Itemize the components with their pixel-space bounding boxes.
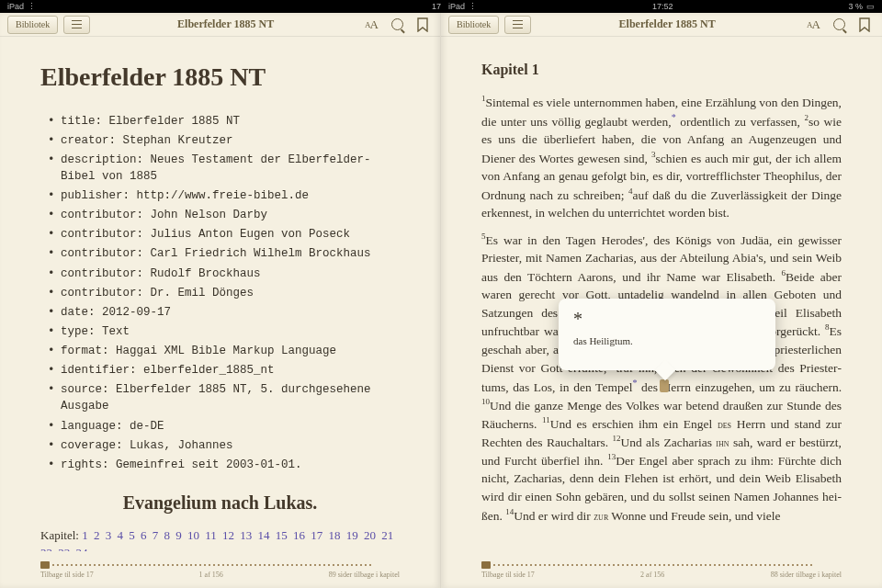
wifi-icon: ⋮ <box>469 2 477 11</box>
font-size-button[interactable]: AA <box>361 16 381 34</box>
page-content-right: Kapitel 1 1Sintemal es viele unternommen… <box>441 37 882 551</box>
metadata-item: type: Text <box>48 323 400 340</box>
metadata-item: source: Elberfelder 1885 NT, 5. durchges… <box>48 381 400 414</box>
status-bar-right: iPad ⋮ 17:52 3 % ▭ <box>441 0 882 13</box>
metadata-item: contributor: John Nelson Darby <box>48 207 400 223</box>
chapter-link[interactable]: 13 <box>240 528 252 542</box>
chapter-link[interactable]: 19 <box>346 528 358 542</box>
chapter-link[interactable]: 12 <box>222 528 234 542</box>
footer-pos: 1 af 156 <box>199 571 223 579</box>
chapter-link[interactable]: 5 <box>129 528 135 542</box>
footnote-text: das Heiligtum. <box>573 335 761 346</box>
footer-left: Tilbage til side 17 1 af 156 89 sider ti… <box>0 551 440 588</box>
library-button[interactable]: Bibliotek <box>7 16 58 34</box>
chapter-link[interactable]: 3 <box>106 528 112 542</box>
metadata-item: contributor: Julius Anton Eugen von Pose… <box>48 226 400 243</box>
chapter-link[interactable]: 14 <box>257 528 269 542</box>
chapter-link[interactable]: 2 <box>94 528 100 542</box>
footer-back[interactable]: Tilbage til side 17 <box>481 571 535 579</box>
toc-icon <box>72 20 82 28</box>
metadata-item: format: Haggai XML Bible Markup Language <box>48 343 400 359</box>
footer-remain: 88 sider tilbage i kapitel <box>771 571 842 579</box>
bookmark-button[interactable] <box>854 16 875 34</box>
chapter-link[interactable]: 6 <box>141 528 147 542</box>
bookmark-icon <box>417 17 428 32</box>
library-button[interactable]: Bibliotek <box>448 16 499 34</box>
chapter-heading: Kapitel 1 <box>481 59 842 80</box>
metadata-item: description: Neues Testament der Elberfe… <box>48 152 400 185</box>
chapter-link[interactable]: 17 <box>311 528 322 542</box>
search-icon <box>833 18 845 30</box>
toolbar-left: Bibliotek Elberfelder 1885 NT AA <box>0 13 440 37</box>
footer-remain: 89 sider tilbage i kapitel <box>329 571 400 579</box>
metadata-item: creator: Stephan Kreutzer <box>48 132 400 149</box>
toc-icon <box>513 20 523 28</box>
chapter-index: Kapitel: 1 2 3 4 5 6 7 8 9 10 11 12 13 1… <box>40 527 400 551</box>
battery-icon: ▭ <box>866 2 875 11</box>
footnote-popover[interactable]: * das Heiligtum. <box>559 299 775 370</box>
toolbar-right: Bibliotek Elberfelder 1885 NT AA <box>441 13 882 37</box>
metadata-item: coverage: Lukas, Johannes <box>48 437 400 454</box>
book-heading: Elberfelder 1885 NT <box>40 59 400 96</box>
footer-pos: 2 af 156 <box>640 571 664 579</box>
chapter-link[interactable]: 11 <box>205 528 217 542</box>
gospel-heading: Evangelium nach Lukas. <box>40 490 400 516</box>
chapter-link[interactable]: 18 <box>328 528 340 542</box>
footer-right: Tilbage til side 17 2 af 156 88 sider ti… <box>441 551 882 588</box>
metadata-item: identifier: elberfelder_1885_nt <box>48 362 400 379</box>
bookmark-button[interactable] <box>413 16 433 34</box>
wifi-icon: ⋮ <box>28 2 36 11</box>
metadata-item: publisher: http://www.freie-bibel.de <box>48 187 400 204</box>
chapter-link[interactable]: 15 <box>276 528 288 542</box>
metadata-list: title: Elberfelder 1885 NTcreator: Steph… <box>48 113 400 473</box>
search-button[interactable] <box>387 16 407 34</box>
chapter-link[interactable]: 1 <box>82 528 88 542</box>
progress-dots[interactable] <box>481 561 842 569</box>
status-time-right: 17:52 <box>652 2 673 11</box>
chapter-link[interactable]: 7 <box>153 528 159 542</box>
chapter-link[interactable]: 20 <box>364 528 376 542</box>
device-name: iPad <box>7 2 24 11</box>
metadata-item: contributor: Dr. Emil Dönges <box>48 285 400 301</box>
toc-button[interactable] <box>63 16 90 34</box>
metadata-item: contributor: Carl Friedrich Wilhelm Broc… <box>48 245 400 262</box>
verse-paragraph-1: 1Sintemal es viele unternommen haben, ei… <box>481 93 842 221</box>
kapitel-label: Kapitel: <box>40 528 79 542</box>
battery-pct: 3 % <box>848 2 863 11</box>
chapter-link[interactable]: 8 <box>164 528 170 542</box>
metadata-item: title: Elberfelder 1885 NT <box>48 113 400 130</box>
footer-back[interactable]: Tilbage til side 17 <box>40 571 94 579</box>
chapter-link[interactable]: 21 <box>381 528 393 542</box>
chapter-link[interactable]: 4 <box>117 528 123 542</box>
metadata-item: language: de-DE <box>48 418 400 435</box>
device-name: iPad <box>448 2 465 11</box>
footnote-marker: * <box>573 310 761 328</box>
book-title: Elberfelder 1885 NT <box>619 17 716 31</box>
chapter-link[interactable]: 16 <box>293 528 305 542</box>
bookmark-icon <box>859 17 870 32</box>
font-size-button[interactable]: AA <box>803 16 823 34</box>
toc-button[interactable] <box>504 16 531 34</box>
search-icon <box>391 18 403 30</box>
search-button[interactable] <box>829 16 849 34</box>
metadata-item: date: 2012-09-17 <box>48 304 400 321</box>
metadata-item: contributor: Rudolf Brockhaus <box>48 266 400 282</box>
page-left: Bibliotek Elberfelder 1885 NT AA Elberfe… <box>0 13 441 588</box>
chapter-link[interactable]: 9 <box>175 528 182 542</box>
book-title: Elberfelder 1885 NT <box>177 17 274 31</box>
chapter-link[interactable]: 10 <box>187 528 199 542</box>
footnote-anchor[interactable] <box>660 379 669 392</box>
progress-dots[interactable] <box>40 561 400 569</box>
page-content-left: Elberfelder 1885 NT title: Elberfelder 1… <box>0 37 440 551</box>
metadata-item: rights: Gemeinfrei seit 2003-01-01. <box>48 457 400 473</box>
